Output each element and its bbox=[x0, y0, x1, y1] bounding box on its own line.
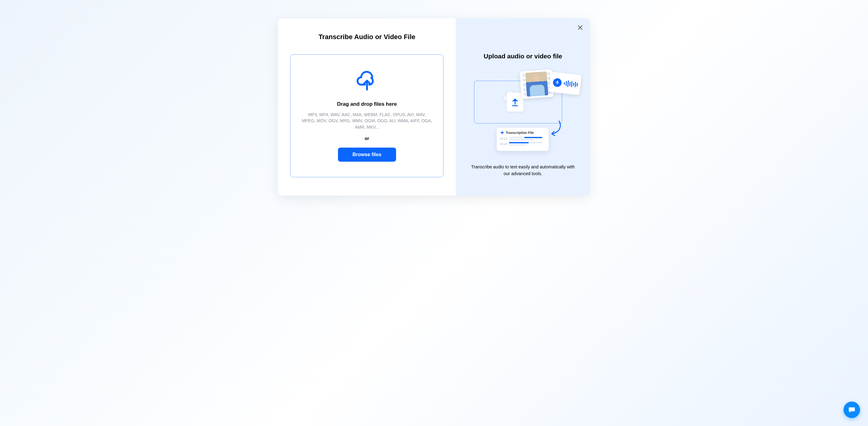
transcription-card-title: Transcription File bbox=[506, 131, 534, 134]
upload-modal: Transcribe Audio or Video File Drag and … bbox=[278, 18, 590, 196]
drop-title: Drag and drop files here bbox=[337, 101, 397, 107]
dropzone[interactable]: Drag and drop files here MP3, MP4, WAV, … bbox=[290, 55, 443, 177]
cloud-upload-icon bbox=[355, 69, 379, 93]
sparkle-icon bbox=[500, 131, 504, 134]
left-title: Transcribe Audio or Video File bbox=[318, 33, 415, 41]
upload-pane: Transcribe Audio or Video File Drag and … bbox=[278, 18, 456, 196]
right-title: Upload audio or video file bbox=[484, 53, 562, 60]
transcription-card: Transcription File 01:12 01:13 bbox=[497, 128, 549, 151]
close-button[interactable] bbox=[577, 24, 584, 31]
chat-button[interactable] bbox=[843, 401, 860, 418]
waveform-icon bbox=[564, 80, 578, 88]
info-pane: Upload audio or video file bbox=[456, 18, 590, 196]
timestamp: 01:13 bbox=[500, 142, 507, 145]
illustration: Transcription File 01:12 01:13 bbox=[474, 68, 572, 157]
audio-thumbnail bbox=[549, 72, 582, 95]
chat-icon bbox=[848, 406, 856, 414]
or-divider: or bbox=[365, 136, 369, 141]
right-description: Transcribe audio to text easily and auto… bbox=[471, 164, 575, 177]
supported-formats: MP3, MP4, WAV, AAC, M4A, WEBM, FLAC, OPU… bbox=[301, 111, 433, 130]
svg-rect-0 bbox=[557, 81, 558, 83]
timestamp: 01:12 bbox=[500, 137, 507, 140]
arrow-icon bbox=[549, 121, 563, 139]
mic-icon bbox=[552, 78, 562, 88]
browse-files-button[interactable]: Browse files bbox=[338, 148, 396, 162]
upload-doc-icon bbox=[506, 92, 524, 112]
video-thumbnail bbox=[520, 69, 554, 99]
close-icon bbox=[578, 25, 583, 30]
